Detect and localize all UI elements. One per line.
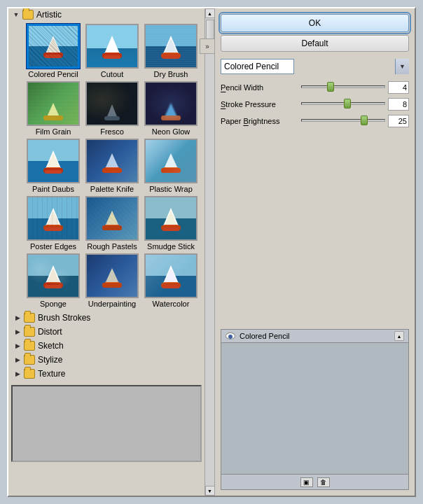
- thumb-img-dry-brush: [144, 24, 197, 69]
- left-panel: ▼ Artistic: [8, 8, 215, 496]
- preview-page-button[interactable]: ▣: [300, 477, 313, 487]
- thumb-label-rough-pastels: Rough Pastels: [87, 242, 137, 251]
- stroke-pressure-slider-container: [301, 102, 385, 106]
- thumb-label-watercolor: Watercolor: [153, 300, 190, 308]
- thumb-rough-pastels[interactable]: Rough Pastels: [84, 196, 140, 251]
- left-scrollbar: ▲ ▼: [204, 8, 214, 496]
- pencil-width-value[interactable]: [388, 81, 409, 94]
- pencil-width-row: Pencil Width: [221, 81, 409, 94]
- thumb-img-poster-edges: [27, 196, 80, 241]
- section-label-artistic: Artistic: [36, 10, 62, 20]
- thumb-neon-glow[interactable]: Neon Glow: [143, 81, 199, 136]
- stroke-pressure-thumb[interactable]: [344, 99, 351, 108]
- thumb-film-grain[interactable]: Film Grain: [25, 81, 81, 136]
- filter-dropdown[interactable]: Colored Pencil Cutout Dry Brush Film Gra…: [221, 59, 294, 74]
- arrow-stylize: ▶: [13, 355, 22, 365]
- section-artistic[interactable]: ▼ Artistic: [8, 8, 204, 21]
- trash-icon: 🗑: [320, 479, 326, 486]
- thumb-label-dry-brush: Dry Brush: [154, 70, 188, 78]
- section-texture[interactable]: ▶ Texture: [10, 367, 203, 381]
- preview-eye-icon: [226, 332, 235, 340]
- thumb-colored-pencil[interactable]: Colored Pencil: [25, 24, 81, 78]
- thumb-img-watercolor: [144, 253, 197, 298]
- pencil-width-underline: P: [221, 83, 226, 92]
- thumb-poster-edges[interactable]: Poster Edges: [25, 196, 81, 251]
- thumb-img-neon-glow: [144, 81, 197, 126]
- thumb-underpainting[interactable]: Underpainting: [84, 253, 140, 308]
- arrow-texture: ▶: [13, 369, 22, 379]
- thumb-plastic-wrap[interactable]: Plastic Wrap: [143, 139, 199, 193]
- thumb-watercolor[interactable]: Watercolor: [143, 253, 199, 308]
- folder-icon-stylize: [24, 355, 35, 365]
- paper-brightness-underline: B: [243, 117, 248, 125]
- scroll-down-arrow[interactable]: ▼: [205, 486, 215, 496]
- thumb-paint-daubs[interactable]: Paint Daubs: [25, 139, 81, 193]
- thumb-img-rough-pastels: [85, 196, 139, 241]
- scroll-thumb[interactable]: [206, 20, 214, 41]
- page-icon: ▣: [303, 479, 310, 486]
- thumb-fresco[interactable]: Fresco: [84, 81, 140, 136]
- scroll-up-arrow[interactable]: ▲: [205, 8, 215, 18]
- stroke-pressure-row: Stroke Pressure: [221, 98, 409, 111]
- pencil-width-track[interactable]: [301, 85, 385, 88]
- filter-tree: ▼ Artistic: [8, 8, 204, 496]
- default-button[interactable]: Default: [221, 35, 409, 52]
- thumb-label-sponge: Sponge: [40, 300, 67, 308]
- stroke-pressure-label: Stroke Pressure: [221, 100, 301, 108]
- section-label-stylize: Stylize: [38, 355, 62, 365]
- arrow-artistic: ▼: [11, 10, 21, 20]
- thumb-label-poster-edges: Poster Edges: [30, 242, 76, 251]
- collapsed-sections: ▶ Brush Strokes ▶ Distort ▶ Sketc: [8, 311, 204, 381]
- thumb-img-palette-knife: [85, 139, 139, 183]
- section-label-texture: Texture: [38, 369, 65, 379]
- filter-dropdown-wrapper: Colored Pencil Cutout Dry Brush Film Gra…: [221, 59, 409, 74]
- pencil-width-label: Pencil Width: [221, 83, 301, 92]
- paper-brightness-thumb[interactable]: [361, 115, 368, 125]
- preview-footer: ▣ 🗑: [221, 474, 408, 489]
- thumb-dry-brush[interactable]: Dry Brush: [143, 24, 199, 78]
- collapse-button[interactable]: »: [200, 38, 215, 54]
- arrow-brush-strokes: ▶: [13, 313, 22, 323]
- thumb-img-fresco: [85, 81, 139, 126]
- preview-trash-button[interactable]: 🗑: [317, 477, 330, 487]
- ok-button[interactable]: OK: [221, 14, 409, 32]
- stroke-pressure-value[interactable]: [388, 98, 409, 111]
- paper-brightness-track[interactable]: [301, 119, 385, 122]
- thumb-img-paint-daubs: [27, 139, 80, 183]
- thumb-label-paint-daubs: Paint Daubs: [32, 185, 74, 193]
- outer-frame: ▼ Artistic: [0, 0, 423, 504]
- preview-content-area: [221, 343, 408, 474]
- stroke-pressure-underline: S: [221, 100, 226, 108]
- thumb-label-neon-glow: Neon Glow: [152, 127, 190, 136]
- section-distort[interactable]: ▶ Distort: [10, 325, 203, 339]
- paper-brightness-row: Paper Brightness: [221, 115, 409, 127]
- folder-icon-artistic: [22, 10, 34, 20]
- paper-brightness-value[interactable]: [388, 115, 409, 127]
- thumb-palette-knife[interactable]: Palette Knife: [84, 139, 140, 193]
- collapse-icon: »: [205, 43, 209, 50]
- thumb-img-plastic-wrap: [144, 139, 197, 183]
- thumb-label-cutout: Cutout: [101, 70, 123, 78]
- arrow-distort: ▶: [13, 327, 22, 337]
- section-brush-strokes[interactable]: ▶ Brush Strokes: [10, 311, 203, 325]
- section-label-brush-strokes: Brush Strokes: [38, 313, 90, 323]
- folder-icon-sketch: [24, 341, 35, 351]
- thumb-sponge[interactable]: Sponge: [25, 253, 81, 308]
- preview-header: Colored Pencil ▲: [221, 330, 408, 343]
- thumb-cutout[interactable]: Cutout: [84, 24, 140, 78]
- left-preview-area: [11, 385, 202, 462]
- section-sketch[interactable]: ▶ Sketch: [10, 339, 203, 353]
- stroke-pressure-track[interactable]: [301, 102, 385, 105]
- thumb-smudge-stick[interactable]: Smudge Stick: [143, 196, 199, 251]
- preview-scroll-up[interactable]: ▲: [394, 331, 404, 341]
- section-stylize[interactable]: ▶ Stylize: [10, 353, 203, 367]
- thumb-img-sponge: [27, 253, 80, 298]
- thumb-img-smudge-stick: [144, 196, 197, 241]
- paper-brightness-label: Paper Brightness: [221, 117, 301, 125]
- right-panel: » OK Default Colored Pencil Cutout Dry B…: [215, 8, 415, 496]
- thumb-img-film-grain: [27, 81, 80, 126]
- arrow-sketch: ▶: [13, 341, 22, 351]
- section-label-sketch: Sketch: [38, 341, 64, 351]
- pencil-width-thumb[interactable]: [327, 82, 334, 92]
- left-panel-inner: ▼ Artistic: [8, 8, 214, 496]
